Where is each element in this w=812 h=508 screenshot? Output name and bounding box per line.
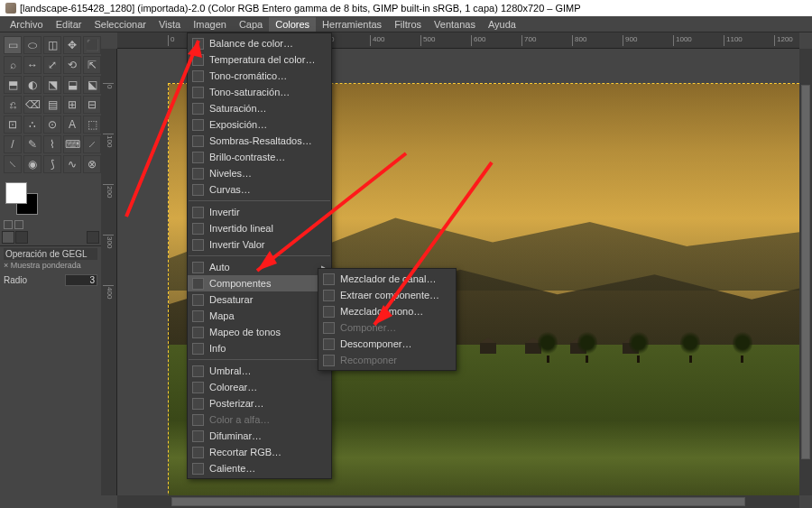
tool-button[interactable]: ⬔	[43, 76, 61, 94]
tool-button[interactable]: ⊗	[83, 155, 101, 173]
tool-button[interactable]: ⬕	[83, 76, 101, 94]
menu-item[interactable]: Temperatura del color…	[188, 51, 331, 68]
ruler-tick: 500	[420, 35, 435, 46]
tool-button[interactable]: ⬓	[63, 76, 81, 94]
tool-button[interactable]: ⬛	[83, 36, 101, 54]
tool-button[interactable]: ⌨	[63, 135, 81, 153]
tool-button[interactable]: ◫	[43, 36, 61, 54]
colors-menu: Balance de color…Temperatura del color…T…	[187, 32, 332, 479]
menu-item[interactable]: Saturación…	[188, 100, 331, 116]
submenu-item[interactable]: Descomponer…	[318, 336, 456, 352]
menu-item[interactable]: Exposición…	[188, 116, 331, 133]
tool-button[interactable]: ⬒	[4, 76, 22, 94]
tool-button[interactable]: ◐	[23, 76, 42, 94]
menu-item-label: Tono-cromático…	[209, 70, 287, 81]
menu-item[interactable]: Sombras-Resaltados…	[188, 133, 331, 149]
radio-input[interactable]	[65, 274, 97, 286]
menu-item[interactable]: Curvas…	[188, 181, 331, 198]
menu-ayuda[interactable]: Ayuda	[482, 17, 522, 32]
tool-button[interactable]: ⊞	[63, 96, 81, 114]
tool-button[interactable]: ✥	[63, 36, 81, 54]
swap-colors-icon[interactable]	[4, 220, 13, 229]
menu-item[interactable]: Auto▸	[188, 259, 331, 275]
fg-bg-swatch[interactable]	[5, 182, 38, 215]
tool-button[interactable]: ↔	[23, 56, 42, 74]
menu-item[interactable]: Tono-saturación…	[188, 84, 331, 100]
tool-button[interactable]: ⎌	[4, 96, 22, 114]
tool-button[interactable]: ⇱	[83, 56, 101, 74]
menu-item-label: Componer…	[340, 322, 396, 333]
tool-button[interactable]: ∿	[63, 155, 81, 173]
menu-editar[interactable]: Editar	[50, 17, 88, 32]
menu-vista[interactable]: Vista	[152, 17, 187, 32]
menu-capa[interactable]: Capa	[233, 17, 269, 32]
menu-colores[interactable]: Colores	[269, 17, 316, 32]
menu-seleccionar[interactable]: Seleccionar	[88, 17, 152, 32]
menu-item[interactable]: Mapeo de tonos▸	[188, 324, 331, 340]
default-colors-icon[interactable]	[14, 220, 23, 229]
tool-button[interactable]: ⟲	[63, 56, 81, 74]
tool-button[interactable]: ⌇	[43, 135, 61, 153]
ruler-tick: 600	[471, 35, 485, 46]
tool-button[interactable]: ⊡	[4, 115, 22, 134]
menu-ventanas[interactable]: Ventanas	[428, 17, 482, 32]
tool-button[interactable]: ∴	[23, 115, 42, 134]
menu-item[interactable]: Recortar RGB…	[188, 444, 331, 460]
dock-tab[interactable]	[15, 231, 28, 244]
vertical-scrollbar[interactable]	[799, 49, 812, 495]
tool-button[interactable]: ⟍	[4, 155, 22, 173]
menu-imagen[interactable]: Imagen	[187, 17, 233, 32]
toolbox: ▭⬭◫✥⬛⌕↔⤢⟲⇱⬒◐⬔⬓⬕⎌⌫▤⊞⊟⊡∴⊙A⬚/✎⌇⌨⟋⟍◉⟆∿⊗	[0, 32, 101, 177]
submenu-item[interactable]: Mezclador mono…	[318, 303, 456, 319]
menu-item[interactable]: Niveles…	[188, 165, 331, 181]
menu-item[interactable]: Componentes▸	[188, 275, 331, 291]
tool-button[interactable]: ⬚	[83, 115, 101, 134]
menu-archivo[interactable]: Archivo	[4, 17, 50, 32]
menu-item-label: Temperatura del color…	[209, 54, 315, 65]
menu-item-icon	[192, 135, 204, 147]
menu-item[interactable]: Posterizar…	[188, 395, 331, 411]
horizontal-scrollbar[interactable]	[117, 495, 799, 508]
tool-button[interactable]: ⟋	[83, 135, 101, 153]
fg-color[interactable]	[5, 182, 27, 204]
tool-button[interactable]: ▤	[43, 96, 61, 114]
menu-item[interactable]: Invertir Valor	[188, 236, 331, 253]
menu-item-icon	[192, 278, 204, 290]
menu-item[interactable]: Tono-cromático…	[188, 68, 331, 84]
scrollbar-thumb[interactable]	[171, 497, 745, 506]
menu-item[interactable]: Invertir	[188, 204, 331, 220]
menu-filtros[interactable]: Filtros	[388, 17, 428, 32]
menu-item[interactable]: Invertido lineal	[188, 220, 331, 236]
menu-item[interactable]: Difuminar…	[188, 428, 331, 444]
tool-button[interactable]: ✎	[23, 135, 42, 153]
submenu-item[interactable]: Mezclador de canal…	[318, 271, 456, 287]
menu-item[interactable]: Mapa▸	[188, 308, 331, 324]
tool-button[interactable]: ⟆	[43, 155, 61, 173]
menu-item-label: Curvas…	[209, 184, 251, 195]
menu-item-label: Colorear…	[209, 382, 257, 393]
menu-item[interactable]: Umbral…	[188, 363, 331, 379]
tool-button[interactable]: ▭	[4, 36, 22, 54]
tool-button[interactable]: ⬭	[23, 36, 42, 54]
menu-item[interactable]: Caliente…	[188, 460, 331, 476]
menu-item[interactable]: Brillo-contraste…	[188, 149, 331, 165]
tool-button[interactable]: A	[63, 115, 81, 134]
menu-herramientas[interactable]: Herramientas	[316, 17, 388, 32]
menu-item-label: Mezclador mono…	[340, 306, 423, 317]
menu-item[interactable]: Info▸	[188, 340, 331, 356]
tool-button[interactable]: ⊙	[43, 115, 61, 134]
scrollbar-thumb[interactable]	[801, 85, 810, 459]
tool-button[interactable]: ⊟	[83, 96, 101, 114]
tool-button[interactable]: ⌕	[4, 56, 22, 74]
tool-button[interactable]: ⌫	[23, 96, 42, 114]
dock-menu-icon[interactable]	[87, 231, 99, 244]
menu-item[interactable]: Colorear…	[188, 379, 331, 395]
menu-item[interactable]: Desaturar▸	[188, 291, 331, 308]
tool-button[interactable]: ⤢	[43, 56, 61, 74]
menu-item[interactable]: Balance de color…	[188, 35, 331, 51]
tool-button[interactable]: /	[4, 135, 22, 153]
submenu-item[interactable]: Extraer componente…	[318, 287, 456, 303]
dock-tab[interactable]	[2, 231, 14, 244]
gimp-icon	[5, 3, 16, 14]
tool-button[interactable]: ◉	[23, 155, 42, 173]
